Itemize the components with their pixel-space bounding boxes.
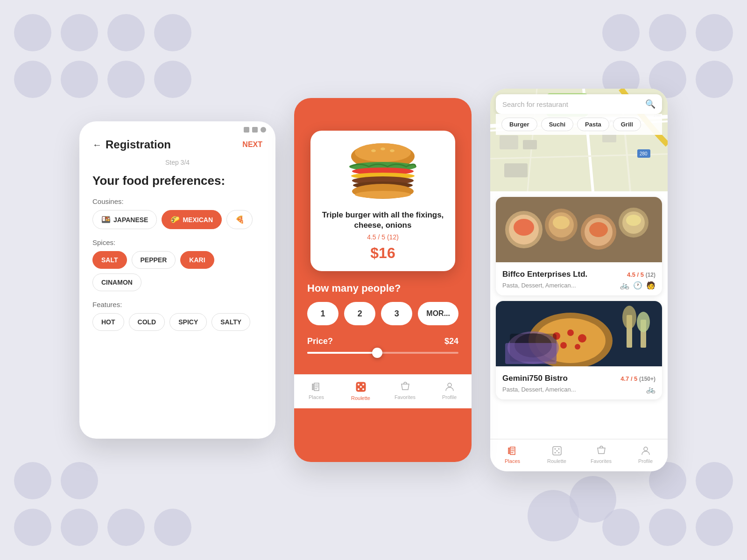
japanese-label: JAPANESE (113, 216, 148, 224)
restaurant-card-gemini[interactable]: Gemini750 Bistro 4.7 / 5 (150+) Pasta, D… (496, 301, 662, 399)
svg-point-15 (358, 388, 359, 390)
registration-screen: ← Registration NEXT Step 3/4 Your food p… (79, 121, 275, 439)
svg-point-70 (554, 452, 556, 454)
spicy-label: SPICY (178, 318, 198, 326)
gemini-info: Gemini750 Bistro 4.7 / 5 (150+) Pasta, D… (496, 368, 662, 399)
price-row: Price? $24 (307, 336, 458, 346)
cat-burger[interactable]: Burger (501, 118, 537, 131)
people-chip-2[interactable]: 2 (344, 302, 375, 325)
spices-label: Spices: (92, 238, 262, 246)
svg-point-62 (637, 312, 650, 332)
gemini-actions: 🚲 (646, 385, 655, 394)
nav-places-active[interactable]: Places (499, 445, 527, 464)
nav-roulette[interactable]: Roulette (347, 380, 375, 401)
svg-point-57 (560, 342, 567, 349)
person-icon: 🧑 (646, 281, 655, 290)
price-label: Price? (307, 336, 333, 346)
biffco-image (496, 197, 662, 262)
roulette-nav-icon (551, 445, 563, 456)
cuisines-label: Cousines: (92, 197, 262, 205)
biffco-name: Biffco Enterprises Ltd. (502, 270, 587, 279)
cuisine-chip-pizza[interactable]: 🍕 (226, 210, 253, 229)
next-button[interactable]: NEXT (242, 140, 262, 149)
svg-rect-66 (505, 343, 557, 364)
burger-price: $16 (320, 245, 446, 262)
mexican-label: MEXICAN (183, 216, 213, 224)
feature-chip-hot[interactable]: HOT (92, 313, 124, 331)
spice-chip-salt[interactable]: SALT (92, 251, 127, 269)
search-overlay: Search for restaurant 🔍 Burger Suchi Pas… (496, 94, 662, 135)
people-chip-more[interactable]: MOR... (418, 302, 458, 325)
cat-suchi[interactable]: Suchi (541, 118, 573, 131)
people-chip-3[interactable]: 3 (381, 302, 412, 325)
mexican-icon: 🌮 (170, 215, 180, 224)
salty-label: SALTY (220, 318, 241, 326)
roulette-bottom: How many people? 1 2 3 MOR... Price? $24 (294, 271, 472, 374)
nav-places[interactable]: Places (303, 381, 331, 400)
svg-point-17 (360, 386, 362, 388)
bottom-nav-roulette: Places Roulette (294, 374, 472, 408)
gemini-header: Gemini750 Bistro 4.7 / 5 (150+) (502, 374, 655, 383)
status-bar (79, 121, 275, 134)
favorites-nav-icon (596, 445, 607, 456)
spice-chip-cinamon[interactable]: CINAMON (92, 273, 141, 291)
spice-chip-pepper[interactable]: PEPPER (132, 251, 176, 269)
burger-title: Triple burger with all the fixings, chee… (320, 210, 446, 231)
cat-pasta[interactable]: Pasta (577, 118, 609, 131)
feature-chip-cold[interactable]: COLD (129, 313, 165, 331)
delivery-icon-2: 🚲 (646, 385, 655, 394)
nav-favorites-places[interactable]: Favorites (587, 445, 615, 464)
bottom-nav-places: Places Roulette (490, 439, 668, 471)
svg-point-3 (381, 147, 385, 150)
slider-thumb[interactable] (372, 348, 382, 358)
svg-rect-28 (500, 135, 518, 149)
nav-roulette-places[interactable]: Roulette (543, 445, 571, 464)
svg-rect-29 (523, 140, 537, 149)
people-chip-1[interactable]: 1 (307, 302, 338, 325)
map-area: Marconi Park ▼ Postal Service 280 N Ave … (490, 89, 668, 191)
registration-header: ← Registration NEXT (92, 134, 262, 159)
svg-point-60 (622, 306, 636, 329)
nav-favorites-label: Favorites (395, 394, 416, 400)
hot-label: HOT (101, 318, 115, 326)
price-slider[interactable] (307, 352, 458, 354)
burger-image (341, 140, 425, 205)
cold-label: COLD (138, 318, 156, 326)
burger-card: Triple burger with all the fixings, chee… (310, 131, 455, 271)
feature-chip-salty[interactable]: SALTY (211, 313, 250, 331)
search-bar[interactable]: Search for restaurant 🔍 (496, 94, 662, 114)
feature-chip-spicy[interactable]: SPICY (169, 313, 207, 331)
profile-nav-label-places: Profile (638, 458, 653, 464)
nav-favorites[interactable]: Favorites (391, 381, 419, 400)
svg-point-4 (390, 149, 395, 152)
biffco-header: Biffco Enterprises Ltd. 4.5 / 5 (12) (502, 270, 655, 279)
search-placeholder: Search for restaurant (502, 100, 641, 108)
nav-profile-places[interactable]: Profile (632, 445, 660, 464)
category-chips: Burger Suchi Pasta Grill (496, 114, 662, 135)
nav-profile-roulette[interactable]: Profile (436, 381, 464, 400)
roulette-bottom-nav: Places Roulette (294, 374, 472, 408)
search-icon[interactable]: 🔍 (645, 99, 655, 109)
svg-point-13 (358, 384, 359, 385)
back-button[interactable]: ← Registration (92, 138, 171, 151)
biffco-meta: Pasta, Dessert, American... 🚲 🕐 🧑 (502, 281, 655, 290)
cinamon-label: CINAMON (101, 279, 133, 286)
features-label: Features: (92, 301, 262, 308)
step-indicator: Step 3/4 (92, 159, 262, 166)
biffco-info: Biffco Enterprises Ltd. 4.5 / 5 (12) Pas… (496, 264, 662, 295)
cuisine-chip-japanese[interactable]: 🍱 JAPANESE (92, 210, 157, 229)
price-value: $24 (444, 336, 458, 346)
slider-fill (307, 352, 375, 354)
gemini-meta: Pasta, Dessert, American... 🚲 (502, 385, 655, 394)
spice-chip-kari[interactable]: KARI (180, 251, 214, 269)
cuisines-chips: 🍱 JAPANESE 🌮 MEXICAN 🍕 (92, 210, 262, 229)
cuisine-chip-mexican[interactable]: 🌮 MEXICAN (162, 210, 222, 229)
svg-point-56 (578, 334, 586, 343)
svg-point-73 (644, 447, 648, 451)
cat-grill[interactable]: Grill (613, 118, 641, 131)
restaurant-card-biffco[interactable]: Biffco Enterprises Ltd. 4.5 / 5 (12) Pas… (496, 197, 662, 295)
status-icon-2 (252, 127, 258, 133)
registration-title: Registration (106, 138, 171, 151)
places-icon (311, 381, 322, 392)
roulette-icon (354, 380, 367, 393)
